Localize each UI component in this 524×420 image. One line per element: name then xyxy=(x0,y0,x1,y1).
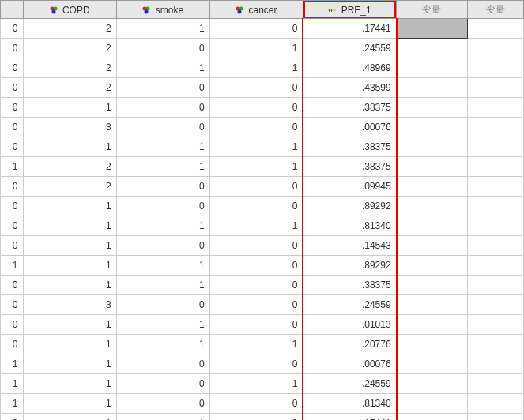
cell-smoke[interactable]: 1 xyxy=(116,315,209,335)
cell-rownum[interactable]: 0 xyxy=(1,39,24,58)
table-row[interactable]: 0211.48969 xyxy=(1,58,524,78)
cell-smoke[interactable]: 1 xyxy=(116,414,209,421)
cell-smoke[interactable]: 1 xyxy=(116,335,209,354)
cell-cancer[interactable]: 1 xyxy=(209,335,303,354)
table-row[interactable]: 0110.17441 xyxy=(1,414,524,421)
cell-copd[interactable]: 2 xyxy=(23,78,116,98)
cell-empty2[interactable] xyxy=(467,236,523,256)
cell-cancer[interactable]: 0 xyxy=(209,315,303,335)
table-row[interactable]: 0111.20776 xyxy=(1,335,524,354)
cell-cancer[interactable]: 0 xyxy=(209,354,303,374)
cell-smoke[interactable]: 0 xyxy=(116,98,209,118)
cell-empty1[interactable] xyxy=(397,295,468,315)
cell-empty1[interactable] xyxy=(397,98,468,118)
cell-cancer[interactable]: 0 xyxy=(209,295,303,315)
cell-smoke[interactable]: 1 xyxy=(116,58,209,78)
table-row[interactable]: 0300.00076 xyxy=(1,118,524,137)
cell-pre1[interactable]: .24559 xyxy=(303,295,396,315)
cell-rownum[interactable]: 0 xyxy=(1,276,24,295)
cell-empty1[interactable] xyxy=(397,197,468,216)
cell-smoke[interactable]: 0 xyxy=(116,78,209,98)
cell-empty2[interactable] xyxy=(467,394,523,414)
table-row[interactable]: 0100.14543 xyxy=(1,236,524,256)
cell-smoke[interactable]: 1 xyxy=(116,216,209,236)
cell-empty2[interactable] xyxy=(467,157,523,177)
cell-cancer[interactable]: 1 xyxy=(209,58,303,78)
cell-empty1[interactable] xyxy=(397,216,468,236)
cell-rownum[interactable]: 0 xyxy=(1,98,24,118)
cell-empty1[interactable] xyxy=(397,256,468,276)
cell-rownum[interactable]: 0 xyxy=(1,78,24,98)
cell-cancer[interactable]: 0 xyxy=(209,118,303,137)
cell-rownum[interactable]: 1 xyxy=(1,374,24,394)
cell-rownum[interactable]: 0 xyxy=(1,19,24,39)
cell-cancer[interactable]: 0 xyxy=(209,177,303,197)
cell-pre1[interactable]: .00076 xyxy=(303,118,396,137)
cell-smoke[interactable]: 1 xyxy=(116,256,209,276)
cell-pre1[interactable]: .20776 xyxy=(303,335,396,354)
cell-copd[interactable]: 1 xyxy=(23,137,116,157)
col-header-pre1[interactable]: PRE_1 xyxy=(303,1,396,19)
cell-cancer[interactable]: 0 xyxy=(209,256,303,276)
col-header-cancer[interactable]: cancer xyxy=(209,1,303,19)
cell-pre1[interactable]: .00076 xyxy=(303,354,396,374)
cell-pre1[interactable]: .81340 xyxy=(303,216,396,236)
cell-pre1[interactable]: .81340 xyxy=(303,394,396,414)
cell-pre1[interactable]: .17441 xyxy=(303,414,396,421)
cell-empty1[interactable] xyxy=(397,335,468,354)
cell-cancer[interactable]: 0 xyxy=(209,394,303,414)
cell-cancer[interactable]: 0 xyxy=(209,78,303,98)
table-row[interactable]: 0110.38375 xyxy=(1,276,524,295)
cell-pre1[interactable]: .24559 xyxy=(303,374,396,394)
cell-rownum[interactable]: 0 xyxy=(1,216,24,236)
cell-empty2[interactable] xyxy=(467,335,523,354)
cell-cancer[interactable]: 0 xyxy=(209,98,303,118)
table-row[interactable]: 1211.38375 xyxy=(1,157,524,177)
table-row[interactable]: 0100.38375 xyxy=(1,98,524,118)
cell-empty2[interactable] xyxy=(467,78,523,98)
cell-pre1[interactable]: .01013 xyxy=(303,315,396,335)
cell-empty1[interactable] xyxy=(397,39,468,58)
table-row[interactable]: 1101.24559 xyxy=(1,374,524,394)
cell-smoke[interactable]: 0 xyxy=(116,354,209,374)
cell-copd[interactable]: 1 xyxy=(23,197,116,216)
cell-pre1[interactable]: .38375 xyxy=(303,137,396,157)
col-header-copd[interactable]: COPD xyxy=(23,1,116,19)
cell-copd[interactable]: 2 xyxy=(23,157,116,177)
cell-copd[interactable]: 1 xyxy=(23,236,116,256)
cell-rownum[interactable]: 0 xyxy=(1,137,24,157)
cell-rownum[interactable]: 0 xyxy=(1,236,24,256)
cell-empty1[interactable] xyxy=(397,236,468,256)
cell-cancer[interactable]: 1 xyxy=(209,374,303,394)
cell-pre1[interactable]: .24559 xyxy=(303,39,396,58)
cell-empty2[interactable] xyxy=(467,216,523,236)
cell-cancer[interactable]: 0 xyxy=(209,276,303,295)
cell-rownum[interactable]: 0 xyxy=(1,197,24,216)
cell-empty1[interactable] xyxy=(397,276,468,295)
cell-rownum[interactable]: 1 xyxy=(1,256,24,276)
cell-smoke[interactable]: 1 xyxy=(116,137,209,157)
cell-empty2[interactable] xyxy=(467,295,523,315)
cell-cancer[interactable]: 1 xyxy=(209,157,303,177)
col-header-rownum[interactable] xyxy=(1,1,24,19)
cell-smoke[interactable]: 1 xyxy=(116,157,209,177)
cell-cancer[interactable]: 1 xyxy=(209,39,303,58)
cell-cancer[interactable]: 1 xyxy=(209,137,303,157)
cell-empty1[interactable] xyxy=(397,394,468,414)
cell-pre1[interactable]: .89292 xyxy=(303,256,396,276)
cell-empty1[interactable] xyxy=(397,157,468,177)
cell-copd[interactable]: 1 xyxy=(23,98,116,118)
cell-empty2[interactable] xyxy=(467,19,523,39)
cell-copd[interactable]: 1 xyxy=(23,315,116,335)
cell-copd[interactable]: 1 xyxy=(23,414,116,421)
table-row[interactable]: 0110.01013 xyxy=(1,315,524,335)
col-header-empty2[interactable]: 变量 xyxy=(467,1,523,19)
cell-empty1[interactable] xyxy=(397,118,468,137)
cell-cancer[interactable]: 0 xyxy=(209,236,303,256)
cell-copd[interactable]: 1 xyxy=(23,216,116,236)
cell-copd[interactable]: 2 xyxy=(23,19,116,39)
data-grid[interactable]: COPD smoke cancer PRE_1 变量 变量 0210.17441… xyxy=(0,0,524,420)
cell-pre1[interactable]: .43599 xyxy=(303,78,396,98)
cell-rownum[interactable]: 1 xyxy=(1,157,24,177)
cell-smoke[interactable]: 0 xyxy=(116,177,209,197)
